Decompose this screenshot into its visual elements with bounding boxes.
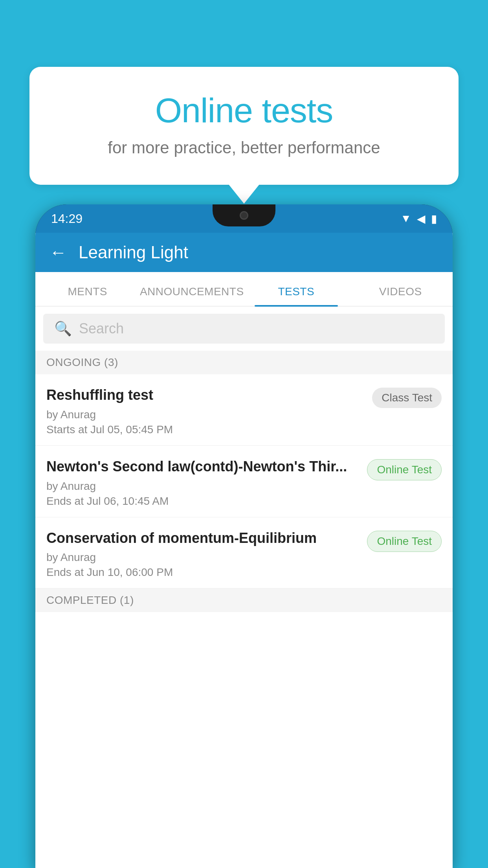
test-info: Reshuffling test by Anurag Starts at Jul… xyxy=(46,386,372,436)
test-item[interactable]: Conservation of momentum-Equilibrium by … xyxy=(35,517,453,589)
test-time: Ends at Jun 10, 06:00 PM xyxy=(46,566,359,579)
test-name: Newton's Second law(contd)-Newton's Thir… xyxy=(46,458,359,476)
search-icon: 🔍 xyxy=(54,320,72,337)
test-item[interactable]: Newton's Second law(contd)-Newton's Thir… xyxy=(35,446,453,517)
phone-screen: ← Learning Light MENTS ANNOUNCEMENTS TES… xyxy=(35,233,453,868)
bubble-title: Online tests xyxy=(57,90,431,131)
camera xyxy=(240,211,248,220)
bubble-subtitle: for more practice, better performance xyxy=(57,138,431,157)
signal-icon: ◀ xyxy=(417,212,426,225)
tab-ments[interactable]: MENTS xyxy=(35,285,140,306)
test-author: by Anurag xyxy=(46,551,359,564)
online-test-badge: Online Test xyxy=(367,459,442,480)
class-test-badge: Class Test xyxy=(372,388,442,408)
notch xyxy=(213,204,275,226)
tab-bar: MENTS ANNOUNCEMENTS TESTS VIDEOS xyxy=(35,272,453,307)
tab-announcements[interactable]: ANNOUNCEMENTS xyxy=(140,285,244,306)
test-info: Newton's Second law(contd)-Newton's Thir… xyxy=(46,458,367,508)
test-time: Ends at Jul 06, 10:45 AM xyxy=(46,495,359,508)
back-button[interactable]: ← xyxy=(50,243,67,262)
completed-section-header: COMPLETED (1) xyxy=(35,588,453,612)
test-time: Starts at Jul 05, 05:45 PM xyxy=(46,423,364,436)
tab-videos[interactable]: VIDEOS xyxy=(349,285,453,306)
test-name: Reshuffling test xyxy=(46,386,364,405)
tab-tests[interactable]: TESTS xyxy=(244,285,349,306)
test-name: Conservation of momentum-Equilibrium xyxy=(46,529,359,548)
wifi-icon: ▼ xyxy=(400,212,411,225)
status-time: 14:29 xyxy=(51,211,83,226)
status-icons: ▼ ◀ ▮ xyxy=(400,212,437,225)
battery-icon: ▮ xyxy=(431,212,437,225)
ongoing-section-header: ONGOING (3) xyxy=(35,351,453,374)
speech-bubble: Online tests for more practice, better p… xyxy=(29,67,459,185)
search-placeholder: Search xyxy=(79,320,124,337)
phone-frame: 14:29 ▼ ◀ ▮ ← Learning Light MENTS ANNOU… xyxy=(35,204,453,868)
search-bar[interactable]: 🔍 Search xyxy=(43,314,445,344)
app-header: ← Learning Light xyxy=(35,233,453,272)
app-title: Learning Light xyxy=(79,243,188,262)
test-info: Conservation of momentum-Equilibrium by … xyxy=(46,529,367,579)
test-author: by Anurag xyxy=(46,480,359,493)
test-item[interactable]: Reshuffling test by Anurag Starts at Jul… xyxy=(35,374,453,446)
test-author: by Anurag xyxy=(46,408,364,421)
online-test-badge-2: Online Test xyxy=(367,531,442,552)
